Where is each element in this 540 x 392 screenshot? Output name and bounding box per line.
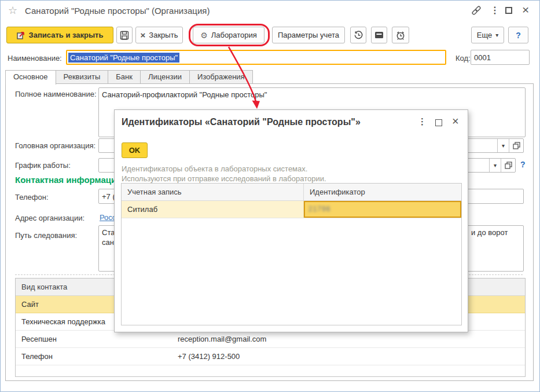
identifiers-table-header[interactable]: Учетная запись Идентификатор [122, 184, 461, 201]
dialog-maximize-icon[interactable] [435, 119, 442, 126]
tab-bank[interactable]: Банк [108, 70, 141, 84]
name-input-selected-text: Санаторий "Родные просторы" [68, 53, 179, 63]
alarm-clock-icon-button[interactable] [392, 27, 409, 43]
close-window-icon[interactable]: × [522, 3, 529, 17]
route-label: Путь следования: [15, 231, 77, 240]
tab-licenses[interactable]: Лицензии [141, 70, 190, 84]
name-input[interactable]: Санаторий "Родные просторы" [66, 50, 446, 65]
identifier-value-blurred: 21796 [308, 201, 330, 218]
identifier-cell[interactable]: 21796 [304, 201, 461, 218]
organization-card-window: ☆ Санаторий "Родные просторы" (Организац… [0, 0, 540, 392]
table-row-phone[interactable]: Телефон +7 (3412) 912-500 [16, 348, 525, 365]
name-field-label: Наименование: [8, 54, 62, 63]
archive-box-icon [374, 31, 384, 39]
tab-bar: Основное Реквизиты Банк Лицензии Изображ… [5, 69, 253, 84]
schedule-label: График работы: [15, 161, 71, 170]
account-cell: Ситилаб [122, 201, 304, 218]
dialog-menu-icon[interactable]: ⋮ [418, 116, 427, 127]
help-button[interactable]: ? [508, 27, 528, 43]
gear-icon: ⚙ [200, 31, 208, 40]
head-org-label: Головная организация: [15, 141, 95, 150]
archive-box-icon-button[interactable] [371, 27, 387, 43]
head-org-dropdown-icon[interactable]: ▾ [497, 139, 509, 152]
code-field-label: Код: [455, 54, 471, 63]
window-title: Санаторий "Родные просторы" (Организация… [25, 6, 210, 16]
accounting-params-button[interactable]: Параметры учета [272, 27, 345, 43]
schedule-help-link[interactable]: ? [520, 160, 526, 169]
save-button[interactable] [116, 27, 133, 43]
tab-requisites[interactable]: Реквизиты [56, 70, 109, 84]
alarm-clock-icon [395, 30, 406, 41]
address-label: Адрес организации: [15, 214, 85, 222]
dialog-title: Идентификаторы «Санаторий "Родные просто… [122, 117, 361, 127]
chevron-down-icon: ▾ [495, 32, 498, 38]
save-close-icon [17, 31, 25, 39]
identifiers-table-row[interactable]: Ситилаб 21796 [122, 201, 461, 218]
contact-section-header: Контактная информация [15, 175, 122, 185]
close-button[interactable]: × Закрыть [135, 27, 183, 43]
identifiers-table: Учетная запись Идентификатор Ситилаб 217… [121, 183, 462, 325]
head-org-open-icon[interactable] [509, 139, 523, 152]
laboratory-button[interactable]: ⚙ Лаборатория [193, 27, 265, 43]
more-button[interactable]: Еще ▾ [471, 27, 504, 43]
schedule-dropdown-icon[interactable]: ▾ [489, 159, 501, 172]
tab-main[interactable]: Основное [5, 70, 56, 85]
schedule-open-icon[interactable] [501, 159, 515, 172]
code-input[interactable]: 0001 [471, 50, 530, 65]
table-row-reception[interactable]: Ресепшен reception.mail@gmail.com [16, 331, 525, 348]
ok-button[interactable]: OK [122, 142, 148, 158]
window-menu-icon[interactable]: ⋮ [490, 5, 499, 16]
tab-images[interactable]: Изображения [190, 70, 253, 84]
full-name-label: Полное наименование: [15, 90, 97, 98]
dialog-close-icon[interactable]: × [452, 115, 459, 128]
history-icon [354, 30, 363, 40]
favorite-star-icon[interactable]: ☆ [8, 5, 17, 16]
maximize-icon[interactable] [505, 7, 512, 14]
close-x-icon: × [141, 30, 146, 40]
get-link-icon[interactable] [471, 5, 482, 16]
phone-label: Телефон: [15, 193, 49, 202]
save-and-close-button[interactable]: Записать и закрыть [6, 27, 113, 43]
dialog-description-line1: Идентификаторы объекта в лабораторных си… [122, 164, 307, 174]
route-text-fragment-right: и до ворот [471, 228, 508, 237]
save-icon [120, 31, 129, 40]
history-button[interactable] [350, 27, 366, 43]
dialog-description-line2: Используются при отправке исследований в… [122, 174, 326, 184]
identifiers-dialog: Идентификаторы «Санаторий "Родные просто… [114, 109, 468, 332]
